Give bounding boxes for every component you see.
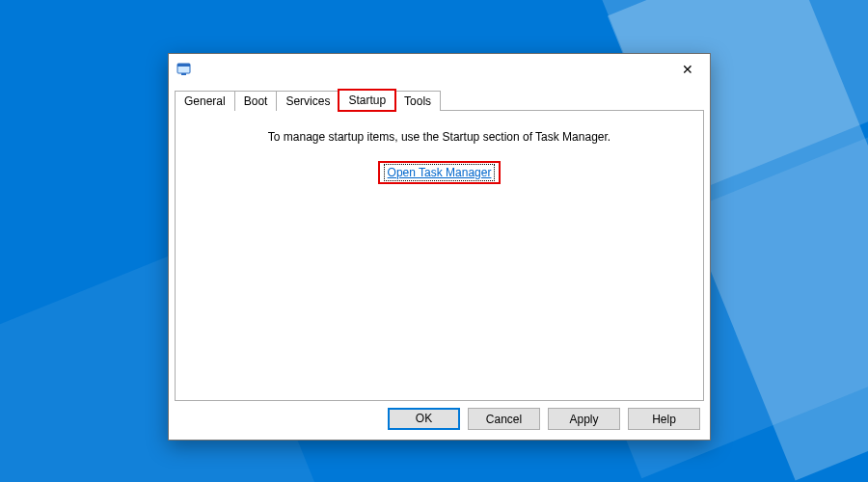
tab-startup[interactable]: Startup	[339, 90, 395, 111]
tab-general[interactable]: General	[175, 91, 235, 111]
close-button[interactable]: ✕	[665, 54, 710, 85]
open-task-manager-highlight: Open Task Manager	[378, 161, 502, 184]
tab-boot[interactable]: Boot	[234, 91, 278, 111]
ok-button[interactable]: OK	[388, 408, 460, 430]
apply-button[interactable]: Apply	[548, 408, 620, 430]
close-icon: ✕	[682, 63, 693, 76]
dialog-button-row: OK Cancel Apply Help	[388, 408, 700, 430]
tab-services[interactable]: Services	[276, 91, 339, 111]
msconfig-window: ✕ General Boot Services Startup Tools To…	[168, 53, 711, 441]
dialog-client-area: General Boot Services Startup Tools To m…	[175, 89, 704, 401]
tabstrip: General Boot Services Startup Tools	[175, 89, 704, 110]
startup-info-text: To manage startup items, use the Startup…	[185, 130, 693, 144]
svg-rect-1	[177, 64, 190, 67]
tab-panel-startup: To manage startup items, use the Startup…	[175, 110, 704, 401]
desktop-wallpaper: ✕ General Boot Services Startup Tools To…	[0, 0, 868, 482]
svg-rect-2	[181, 73, 186, 75]
cancel-button[interactable]: Cancel	[468, 408, 540, 430]
open-task-manager-link[interactable]: Open Task Manager	[385, 165, 495, 180]
app-icon	[176, 62, 192, 77]
tab-tools[interactable]: Tools	[394, 91, 441, 111]
titlebar: ✕	[169, 54, 710, 85]
help-button[interactable]: Help	[628, 408, 700, 430]
